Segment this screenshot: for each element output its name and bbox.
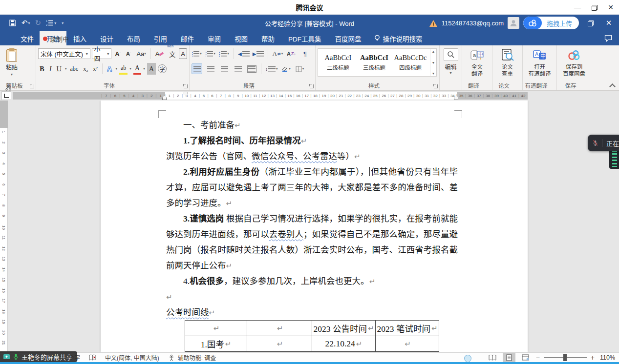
doc-line[interactable]: 热门岗（报名时随时关注报名人数）浙江会实时公布，国考、江西省考报名截止: [166, 242, 458, 258]
table-cell[interactable]: 2023 笔试时间↵: [376, 321, 439, 336]
style-heading3[interactable]: AaBbCcI 三级标题: [357, 51, 391, 74]
tab-insert[interactable]: 插入: [66, 31, 93, 45]
qat-customize-icon[interactable]: ▾: [59, 17, 65, 29]
doc-line[interactable]: 1.了解报名时间、历年招录情况↵: [166, 133, 458, 148]
font-dialog-launcher[interactable]: [184, 84, 188, 88]
doc-line[interactable]: 公考时间线↵: [166, 304, 458, 320]
collapse-ribbon-icon[interactable]: [609, 82, 615, 88]
youdao-translate-icon[interactable]: A中: [533, 48, 547, 62]
tab-file[interactable]: 文件: [15, 31, 40, 45]
shrink-font-button[interactable]: Aˇ: [124, 48, 133, 59]
meeting-restore-button[interactable]: [586, 0, 602, 15]
baidu-upload-pill[interactable]: 拖拽上传: [523, 17, 579, 29]
sort-button[interactable]: AZ↓: [286, 48, 297, 59]
enclose-characters-button[interactable]: 字: [158, 64, 167, 73]
numbering-button[interactable]: ▾: [205, 48, 216, 59]
subscript-button[interactable]: x₂: [82, 63, 89, 75]
multilevel-list-button[interactable]: ▾: [219, 48, 230, 59]
asian-layout-button[interactable]: A⇄▾: [272, 48, 283, 59]
translate-icon[interactable]: a中: [470, 48, 485, 62]
meeting-minimize-button[interactable]: —: [569, 0, 586, 15]
justify-button[interactable]: [233, 63, 243, 74]
strikethrough-button[interactable]: abc: [69, 63, 80, 75]
zoom-out-button[interactable]: −: [536, 354, 540, 362]
doc-line[interactable]: 2.利用好应届生身份（浙江毕业三年内都属于），但其他省份只有当年毕业: [166, 164, 458, 180]
tab-review[interactable]: 审阅: [201, 31, 228, 45]
undo-icon[interactable]: ↶▾: [20, 17, 32, 29]
screen-share-badge[interactable]: 王艳冬的屏幕共享: [0, 351, 77, 362]
styles-scroll-down[interactable]: ▼: [432, 61, 435, 64]
shading-button[interactable]: ▾: [281, 63, 292, 74]
print-layout-button[interactable]: [503, 353, 515, 362]
styles-dialog-launcher[interactable]: [434, 84, 438, 88]
youdao-button-label[interactable]: 打开有道翻译: [529, 63, 551, 77]
show-marks-button[interactable]: ¶: [299, 48, 310, 59]
numbering-icon[interactable]: 12 ▾: [44, 17, 58, 29]
translate-button-label[interactable]: 全文翻译: [471, 63, 483, 77]
text-effects-button[interactable]: A: [106, 63, 113, 75]
document-text[interactable]: 一、考前准备↵1.了解报名时间、历年招录情况↵浏览历年公告（官网、微信公众号、公…: [166, 117, 458, 320]
baidu-save-button-label[interactable]: 保存到百度网盘: [563, 63, 585, 77]
word-close-button[interactable]: ✕: [601, 16, 616, 30]
tab-references[interactable]: 引用: [147, 31, 174, 45]
underline-button[interactable]: U: [55, 63, 63, 75]
bullets-button[interactable]: ▾: [192, 48, 202, 59]
document-page[interactable]: 一、考前准备↵1.了解报名时间、历年招录情况↵浏览历年公告（官网、微信公众号、公…: [101, 101, 528, 352]
tab-baidu-netdisk[interactable]: 百度网盘: [328, 31, 368, 45]
styles-scroll-up[interactable]: ▲: [432, 50, 435, 53]
doc-line[interactable]: 前两天停止公布↵: [166, 258, 458, 273]
save-icon[interactable]: [7, 17, 19, 29]
web-layout-button[interactable]: [519, 353, 532, 362]
zoom-percentage[interactable]: 110%: [598, 354, 615, 361]
table-cell[interactable]: 2023 公告时间↵: [312, 321, 376, 336]
table-cell[interactable]: 1.国考↵: [185, 336, 247, 352]
doc-line[interactable]: 浏览历年公告（官网、微信公众号、公考雷达等）↵: [166, 148, 458, 164]
accessibility-status[interactable]: 辅助功能: 调查: [168, 353, 216, 362]
align-left-button[interactable]: [192, 63, 202, 74]
style-heading4[interactable]: AaBbCcDc 四级标题: [393, 51, 427, 74]
proofing-icon[interactable]: [89, 354, 96, 361]
borders-button[interactable]: ▾: [295, 63, 305, 74]
zoom-slider[interactable]: [544, 357, 587, 358]
table-cell[interactable]: 22.10.24↵: [312, 336, 376, 352]
account-email[interactable]: 1152487433@qq.com: [442, 20, 504, 27]
change-case-button[interactable]: Aa▾: [134, 48, 148, 59]
word-restore-button[interactable]: [583, 16, 598, 30]
read-mode-button[interactable]: [486, 353, 499, 362]
zoom-in-button[interactable]: +: [591, 354, 595, 362]
font-name-combo[interactable]: 宋体 (中文正文)▾: [38, 48, 90, 59]
paste-button[interactable]: 粘贴 ▾: [2, 47, 21, 80]
baidu-netdisk-color-icon[interactable]: [567, 48, 581, 62]
increase-indent-button[interactable]: ▶: [253, 48, 264, 59]
superscript-button[interactable]: x²: [91, 63, 99, 75]
table-cell[interactable]: ↵: [247, 321, 312, 336]
line-spacing-button[interactable]: ↕▾: [265, 63, 278, 74]
zoom-slider-handle[interactable]: [563, 354, 567, 361]
meeting-close-button[interactable]: ✕: [602, 0, 619, 15]
italic-button[interactable]: I: [48, 63, 53, 75]
redo-icon[interactable]: ↻: [33, 17, 43, 29]
clear-formatting-button[interactable]: A: [153, 48, 166, 59]
paper-check-button-label[interactable]: 论文查重: [502, 63, 513, 77]
horizontal-ruler[interactable]: 7654321 12345678910111213141516171819202…: [13, 92, 528, 100]
table-cell[interactable]: ↵: [185, 321, 247, 336]
styles-more[interactable]: ▼: [432, 72, 435, 75]
tab-stop-selector[interactable]: [1, 91, 11, 100]
character-border-button[interactable]: A: [179, 48, 187, 59]
tab-help[interactable]: 帮助: [255, 31, 281, 45]
language-status[interactable]: 中文(简体, 中国大陆): [105, 353, 159, 362]
tab-mailings[interactable]: 邮件: [174, 31, 201, 45]
vertical-ruler[interactable]: 123456789101112131415161718192021: [0, 101, 8, 352]
grow-font-button[interactable]: Aˆ: [113, 48, 123, 59]
doc-line[interactable]: 4.机会很多，建议多参加几次，上岸机会也更大。↵: [166, 273, 458, 289]
phonetic-guide-button[interactable]: 文: [167, 48, 177, 59]
font-size-combo[interactable]: 小四▾: [92, 48, 112, 59]
doc-line[interactable]: 才算，应届可以避免遇上考了两三年的大神，大家都是差不多的准备时间、差不: [166, 180, 458, 195]
find-icon[interactable]: [444, 48, 458, 61]
avatar[interactable]: [508, 17, 519, 29]
highlight-button[interactable]: ab: [119, 63, 128, 75]
meeting-floating-panel[interactable]: 正在: [588, 135, 619, 151]
tab-pdf-tools[interactable]: PDF工具集: [281, 31, 328, 45]
align-right-button[interactable]: [219, 63, 230, 74]
tell-me-search[interactable]: 操作说明搜索: [368, 31, 428, 45]
